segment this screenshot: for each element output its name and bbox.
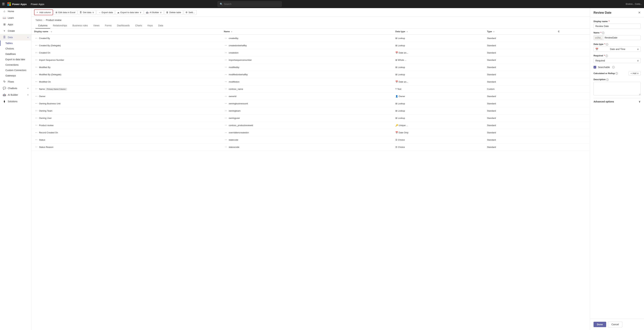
row-name-menu-button[interactable]: ··· [224, 124, 228, 127]
sidebar-item-aibuilder[interactable]: 🤖 AI Builder ∨ [0, 92, 31, 98]
aibuilder-chevron-icon: ∨ [27, 94, 28, 96]
columns-table: Display name ↑ ∨ Name ∨ Data type ∨ Type… [32, 28, 590, 151]
advanced-options-row[interactable]: Advanced options ∨ [594, 98, 640, 105]
row-name-menu-button[interactable]: ··· [224, 138, 228, 142]
row-name-menu-button[interactable]: ··· [224, 109, 228, 112]
cancel-button[interactable]: Cancel [608, 322, 622, 327]
row-menu-button[interactable]: ··· [34, 109, 38, 112]
settings-button[interactable]: ⚙ Setti... [184, 10, 197, 15]
sidebar-sub-connections[interactable]: Connections [0, 62, 31, 68]
row-name-menu-button[interactable]: ··· [224, 44, 228, 47]
row-name-menu-button[interactable]: ··· [224, 94, 228, 98]
description-textarea[interactable] [594, 82, 640, 95]
tab-business-rules[interactable]: Business rules [70, 23, 90, 28]
required-info-icon[interactable]: i [606, 55, 608, 57]
row-menu-button[interactable]: ··· [34, 80, 38, 84]
search-input[interactable] [224, 3, 280, 6]
name-suffix-input[interactable] [603, 35, 640, 40]
required-select[interactable]: Required ∨ [594, 58, 640, 63]
row-name-menu-button[interactable]: ··· [224, 145, 228, 149]
cell-displayname: ··· Created By [32, 34, 221, 42]
export-lake-button[interactable]: ☁ Export to data lake ∨ [115, 10, 143, 15]
searchable-checkbox[interactable]: ✓ [594, 66, 596, 68]
close-panel-button[interactable]: ✕ [638, 11, 640, 14]
data-type-info-icon[interactable]: i [606, 43, 608, 46]
tab-views[interactable]: Views [90, 23, 102, 28]
edit-data-excel-button[interactable]: ⊞ Edit data in Excel [54, 10, 77, 15]
get-data-button[interactable]: 🗄 Get data ∨ [78, 10, 96, 15]
display-name-group: Display name * [594, 20, 640, 29]
row-menu-button[interactable]: ··· [34, 124, 38, 127]
tab-dashboards[interactable]: Dashboards [114, 23, 132, 28]
row-menu-button[interactable]: ··· [34, 87, 38, 91]
col-header-displayname[interactable]: Display name ↑ ∨ [32, 28, 221, 34]
searchable-info-icon[interactable]: i [612, 66, 615, 68]
sidebar-sub-choices[interactable]: Choices [0, 46, 31, 51]
sidebar-sub-connectors[interactable]: Custom Connectors [0, 68, 31, 73]
row-name-menu-button[interactable]: ··· [224, 116, 228, 120]
sidebar-sub-tables[interactable]: Tables [0, 40, 31, 46]
row-name-menu-button[interactable]: ··· [224, 51, 228, 54]
row-menu-button[interactable]: ··· [34, 58, 38, 62]
col-header-datatype[interactable]: Data type ∨ [393, 28, 484, 34]
row-menu-button[interactable]: ··· [34, 36, 38, 40]
sidebar-sub-gateways[interactable]: Gateways [0, 73, 31, 78]
export-data-button[interactable]: → Export data [96, 10, 115, 15]
data-type-select[interactable]: 📅 Date and Time ∨ [594, 46, 640, 52]
row-menu-button[interactable]: ··· [34, 44, 38, 47]
row-name-menu-button[interactable]: ··· [224, 65, 228, 69]
tab-charts[interactable]: Charts [132, 23, 145, 28]
sidebar-item-solutions[interactable]: ⧫ Solutions [0, 98, 31, 105]
col-header-type[interactable]: Type ∨ [484, 28, 556, 34]
row-menu-button[interactable]: ··· [34, 94, 38, 98]
name-info-icon[interactable]: i [602, 32, 604, 34]
calc-info-icon[interactable]: i [616, 72, 618, 74]
sidebar-sub-exportlake[interactable]: Export to data lake [0, 57, 31, 62]
table-row: ··· Owning Team ··· owningteam ⊞ Lookup … [32, 107, 590, 114]
row-name-menu-button[interactable]: ··· [224, 131, 228, 134]
cell-displayname: ··· Status [32, 136, 221, 144]
tab-forms[interactable]: Forms [102, 23, 114, 28]
sidebar-item-create[interactable]: + Create [0, 28, 31, 34]
delete-table-button[interactable]: 🗑 Delete table [164, 10, 183, 15]
display-name-input[interactable] [594, 24, 640, 29]
row-menu-button[interactable]: ··· [34, 51, 38, 54]
tab-data[interactable]: Data [156, 23, 166, 28]
done-button[interactable]: Done [594, 322, 606, 327]
row-menu-button[interactable]: ··· [34, 102, 38, 105]
row-name-menu-button[interactable]: ··· [224, 87, 228, 91]
row-name-menu-button[interactable]: ··· [224, 72, 228, 76]
ai-builder-button[interactable]: 🤖 AI Builder ∨ [144, 10, 164, 15]
sidebar-item-learn[interactable]: 📖 Learn [0, 14, 31, 21]
sidebar-item-data[interactable]: 🗄 Data ∧ [0, 34, 31, 40]
col-header-name[interactable]: Name ∨ [221, 28, 393, 34]
tab-relationships[interactable]: Relationships [50, 23, 70, 28]
sidebar-item-home[interactable]: ⌂ Home [0, 8, 31, 14]
row-menu-button[interactable]: ··· [34, 116, 38, 120]
desc-info-icon[interactable]: i [606, 78, 608, 81]
row-name-menu-button[interactable]: ··· [224, 102, 228, 105]
add-calc-button[interactable]: + Add ∨ [629, 71, 640, 76]
flows-label: Flows [8, 80, 14, 83]
datatype-icon: 📅 [395, 80, 398, 83]
sidebar-item-apps[interactable]: ⊞ Apps [0, 21, 31, 28]
search-bar[interactable]: 🔍 [218, 1, 282, 7]
row-menu-button[interactable]: ··· [34, 65, 38, 69]
row-menu-button[interactable]: ··· [34, 72, 38, 76]
row-name-menu-button[interactable]: ··· [224, 58, 228, 62]
add-column-button[interactable]: ＋ Add column [34, 10, 53, 15]
row-menu-button[interactable]: ··· [34, 131, 38, 134]
row-name-menu-button[interactable]: ··· [224, 36, 228, 40]
tab-columns[interactable]: Columns [36, 23, 50, 28]
row-menu-button[interactable]: ··· [34, 145, 38, 149]
tab-keys[interactable]: Keys [145, 23, 156, 28]
row-menu-button[interactable]: ··· [34, 138, 38, 142]
hamburger-icon[interactable]: ☰ [2, 2, 5, 6]
sidebar-sub-dataflows[interactable]: Dataflows [0, 51, 31, 57]
sidebar-item-chatbots[interactable]: 💬 Chatbots ∨ [0, 85, 31, 92]
chatbots-label: Chatbots [8, 87, 17, 90]
row-name-menu-button[interactable]: ··· [224, 80, 228, 84]
breadcrumb-parent[interactable]: Tables [36, 19, 42, 22]
sidebar-item-flows[interactable]: ↻ Flows [0, 78, 31, 85]
data-icon: 🗄 [3, 36, 6, 39]
